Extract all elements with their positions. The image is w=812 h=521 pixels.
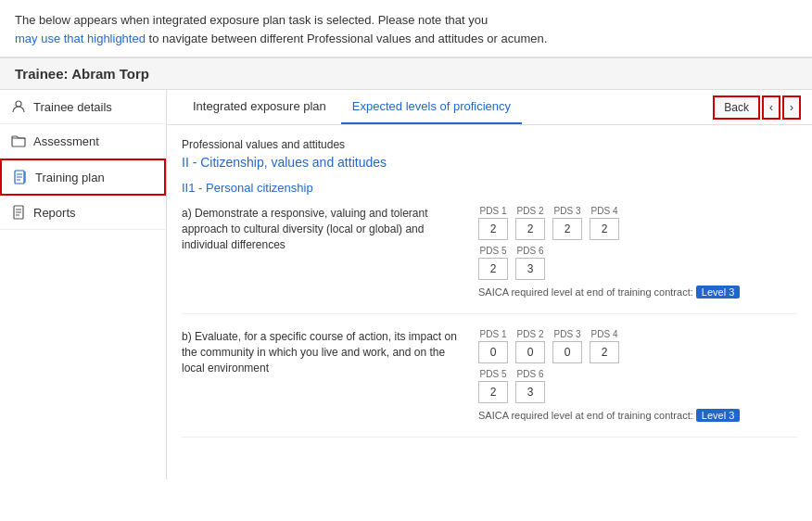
- pds-grid-b: PDS 1 0 PDS 2 0 PDS 3 0 PDS 4: [478, 329, 797, 422]
- prev-button[interactable]: ‹: [762, 95, 780, 120]
- pds-value-b-6: 3: [515, 381, 545, 403]
- sidebar-item-training-plan[interactable]: Training plan: [0, 159, 166, 196]
- question-prefix-b: b): [182, 330, 192, 343]
- saica-row-b: SAICA required level at end of training …: [478, 409, 797, 422]
- intro-text-highlighted: may use that highlighted: [15, 32, 146, 45]
- pds-cell-a-2: PDS 2 2: [515, 206, 545, 240]
- intro-section: The below appears when integrated exposu…: [0, 0, 812, 57]
- question-prefix-a: a): [182, 207, 192, 220]
- pds-cell-a-5: PDS 5 2: [478, 246, 508, 280]
- saica-row-a: SAICA required level at end of training …: [478, 286, 797, 299]
- pds-label-a-2: PDS 2: [517, 206, 544, 216]
- pds-value-b-4: 2: [590, 341, 619, 363]
- pds-row-b-2: PDS 5 2 PDS 6 3: [478, 369, 797, 403]
- pds-row-a-1: PDS 1 2 PDS 2 2 PDS 3 2 PDS 4: [478, 206, 797, 240]
- tabs-bar: Integrated exposure plan Expected levels…: [167, 90, 812, 125]
- pds-value-b-3: 0: [552, 341, 582, 363]
- pds-cell-b-1: PDS 1 0: [478, 329, 508, 363]
- intro-text-before: The below appears when integrated exposu…: [15, 13, 488, 27]
- pds-value-a-3: 2: [552, 218, 582, 240]
- question-text-b: Evaluate, for a specific course of actio…: [182, 330, 457, 375]
- pds-value-a-1: 2: [478, 218, 508, 240]
- sidebar-item-trainee-details[interactable]: Trainee details: [0, 90, 166, 124]
- folder-icon: [11, 133, 26, 148]
- saica-level-b: Level 3: [696, 409, 740, 422]
- pds-label-a-6: PDS 6: [517, 246, 544, 256]
- person-icon: [11, 99, 26, 114]
- pds-label-b-1: PDS 1: [480, 329, 507, 339]
- section-title: II - Citizenship, values and attitudes: [182, 155, 797, 170]
- pds-value-a-6: 3: [515, 258, 545, 280]
- pds-value-a-5: 2: [478, 258, 508, 280]
- pds-cell-a-1: PDS 1 2: [478, 206, 508, 240]
- pds-row-b-1: PDS 1 0 PDS 2 0 PDS 3 0 PDS 4: [478, 329, 797, 363]
- pds-label-b-6: PDS 6: [517, 369, 544, 379]
- pds-label-a-5: PDS 5: [480, 246, 507, 256]
- pds-cell-b-4: PDS 4 2: [590, 329, 619, 363]
- subsection-title: II1 - Personal citizenship: [182, 181, 797, 195]
- pds-label-b-3: PDS 3: [554, 329, 581, 339]
- intro-text-after: to navigate between different Profession…: [149, 32, 548, 45]
- section-body: Professional values and attitudes II - C…: [167, 125, 812, 465]
- sidebar-item-trainee-details-label: Trainee details: [33, 100, 112, 114]
- main-layout: Trainee details Assessment: [0, 90, 812, 479]
- pds-label-a-1: PDS 1: [480, 206, 507, 216]
- pds-cell-a-6: PDS 6 3: [515, 246, 545, 280]
- pds-cell-b-2: PDS 2 0: [515, 329, 545, 363]
- saica-label-a: SAICA required level at end of training …: [478, 286, 693, 298]
- question-label-a: a) Demonstrate a responsive, valuing and…: [182, 206, 478, 252]
- sidebar-item-assessment[interactable]: Assessment: [0, 124, 166, 159]
- svg-rect-1: [12, 138, 25, 146]
- sidebar-item-reports[interactable]: Reports: [0, 196, 166, 230]
- pds-label-a-4: PDS 4: [591, 206, 618, 216]
- pds-grid-a: PDS 1 2 PDS 2 2 PDS 3 2 PDS 4: [478, 206, 797, 299]
- next-button[interactable]: ›: [782, 95, 801, 120]
- saica-level-a: Level 3: [696, 286, 740, 299]
- book-icon: [13, 170, 28, 184]
- pds-label-a-3: PDS 3: [554, 206, 581, 216]
- question-row-a: a) Demonstrate a responsive, valuing and…: [182, 206, 797, 314]
- back-button[interactable]: Back: [713, 95, 760, 120]
- question-text-a: Demonstrate a responsive, valuing and to…: [182, 207, 428, 251]
- pds-value-b-1: 0: [478, 341, 508, 363]
- sidebar: Trainee details Assessment: [0, 90, 167, 479]
- trainee-header: Trainee: Abram Torp: [0, 57, 812, 90]
- svg-point-0: [16, 101, 21, 107]
- pds-cell-a-4: PDS 4 2: [590, 206, 619, 240]
- pds-value-b-5: 2: [478, 381, 508, 403]
- trainee-name: Trainee: Abram Torp: [15, 66, 149, 82]
- pds-cell-b-6: PDS 6 3: [515, 369, 545, 403]
- sidebar-item-assessment-label: Assessment: [33, 134, 99, 148]
- pds-value-b-2: 0: [515, 341, 545, 363]
- pds-row-a-2: PDS 5 2 PDS 6 3: [478, 246, 797, 280]
- pds-label-b-4: PDS 4: [591, 329, 618, 339]
- question-label-b: b) Evaluate, for a specific course of ac…: [182, 329, 478, 375]
- sidebar-item-training-plan-label: Training plan: [35, 171, 105, 184]
- tab-integrated-exposure-plan[interactable]: Integrated exposure plan: [182, 90, 337, 124]
- pds-cell-b-5: PDS 5 2: [478, 369, 508, 403]
- saica-label-b: SAICA required level at end of training …: [478, 410, 693, 421]
- sidebar-item-reports-label: Reports: [33, 206, 76, 220]
- nav-buttons: Back ‹ ›: [713, 95, 801, 120]
- question-row-b: b) Evaluate, for a specific course of ac…: [182, 329, 797, 438]
- pds-value-a-4: 2: [590, 218, 619, 240]
- pds-value-a-2: 2: [515, 218, 545, 240]
- pds-label-b-5: PDS 5: [480, 369, 507, 379]
- pds-cell-b-3: PDS 3 0: [552, 329, 582, 363]
- section-header: Professional values and attitudes: [182, 138, 797, 151]
- content-area: Integrated exposure plan Expected levels…: [167, 90, 812, 479]
- pds-label-b-2: PDS 2: [517, 329, 544, 339]
- document-icon: [11, 205, 26, 220]
- tab-expected-levels[interactable]: Expected levels of proficiency: [341, 90, 522, 124]
- pds-cell-a-3: PDS 3 2: [552, 206, 582, 240]
